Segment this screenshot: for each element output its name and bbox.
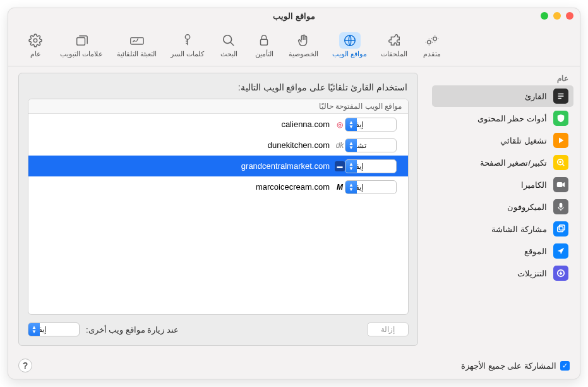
toolbar-passwords[interactable]: كلمات السر (165, 30, 209, 59)
toolbar-privacy[interactable]: الخصوصية (284, 30, 323, 59)
toolbar-label: البحث (220, 50, 237, 58)
svg-rect-12 (558, 227, 563, 232)
sidebar-item-label: الموقع (436, 247, 547, 256)
hand-icon (293, 32, 315, 49)
toolbar-search[interactable]: البحث (213, 30, 244, 59)
sidebar-item-label: الكاميرا (436, 180, 547, 190)
svg-point-7 (428, 40, 431, 44)
toolbar-security[interactable]: التأمين (248, 30, 280, 59)
sidebar-item-label: تكبير/تصغير الصفحة (436, 158, 547, 168)
gears-icon (421, 32, 443, 49)
stepper-icon: ▲▼ (345, 139, 357, 152)
screen-icon (553, 221, 568, 236)
site-domain: calienna.com (281, 120, 330, 129)
sidebar: عام القارئ أدوات حظر المحتوى (428, 66, 580, 352)
key-icon (177, 32, 198, 49)
toolbar-label: كلمات السر (171, 50, 204, 58)
table-row[interactable]: إيقاف ▲▼ ▬ grandcentralmarket.com (28, 156, 408, 176)
site-cell: M marcoicecream.com (40, 182, 345, 192)
sidebar-item-screen-sharing[interactable]: مشاركة الشاشة (432, 218, 573, 240)
svg-point-3 (185, 35, 189, 39)
reader-icon (553, 89, 568, 104)
sidebar-item-label: التنزيلات (436, 269, 547, 278)
toolbar-label: مواقع الويب (332, 50, 367, 58)
site-domain: dunekitchen.com (268, 140, 330, 150)
sidebar-item-reader[interactable]: القارئ (432, 85, 573, 107)
sidebar-item-label: القارئ (436, 92, 547, 101)
sidebar-item-page-zoom[interactable]: تكبير/تصغير الصفحة (432, 152, 573, 173)
gear-icon (25, 32, 46, 49)
stepper-icon: ▲▼ (345, 181, 357, 194)
sidebar-section-header: عام (428, 71, 573, 85)
setting-select[interactable]: إيقاف ▲▼ (345, 118, 397, 132)
shield-icon (553, 111, 568, 126)
setting-select[interactable]: إيقاف ▲▼ (345, 180, 397, 194)
toolbar-label: الملحقات (381, 50, 407, 58)
sidebar-item-camera[interactable]: الكاميرا (432, 174, 573, 195)
sidebar-item-location[interactable]: الموقع (432, 240, 573, 262)
table-row[interactable]: تشغيل ▲▼ dk dunekitchen.com (28, 135, 408, 156)
location-icon (553, 243, 568, 259)
svg-point-0 (33, 39, 37, 42)
window-controls (541, 12, 573, 20)
toolbar-label: الخصوصية (289, 50, 318, 58)
stepper-icon: ▲▼ (345, 160, 357, 173)
search-icon (218, 32, 239, 49)
toolbar-general[interactable]: عام (20, 30, 51, 59)
toolbar-label: علامات التبويب (60, 50, 103, 58)
sidebar-item-autoplay[interactable]: تشغيل تلقائي (432, 130, 573, 151)
tabs-icon (71, 32, 92, 49)
globe-icon (339, 32, 361, 49)
favicon-icon: ◎ (335, 120, 345, 130)
toolbar-advanced[interactable]: متقدم (416, 30, 448, 59)
toolbar: عام علامات التبويب التعبئة التلقائية كلم… (8, 23, 580, 66)
titlebar: مواقع الويب (8, 8, 580, 23)
toolbar-extensions[interactable]: الملحقات (376, 30, 412, 59)
stepper-icon: ▲▼ (28, 323, 40, 336)
close-icon[interactable] (566, 12, 573, 20)
stepper-icon: ▲▼ (345, 118, 357, 131)
default-setting-select[interactable]: إيقاف ▲▼ (28, 322, 80, 336)
toolbar-tabs[interactable]: علامات التبويب (55, 30, 108, 59)
toolbar-autofill[interactable]: التعبئة التلقائية (112, 30, 162, 59)
minimize-icon[interactable] (553, 12, 561, 20)
websites-table: مواقع الويب المفتوحة حاليًا إيقاف ▲▼ ◎ c… (28, 99, 409, 315)
help-icon: ? (23, 360, 28, 371)
toolbar-websites[interactable]: مواقع الويب (327, 30, 372, 59)
zoom-icon[interactable] (541, 12, 548, 20)
site-cell: dk dunekitchen.com (40, 140, 345, 150)
site-cell: ▬ grandcentralmarket.com (40, 161, 345, 171)
checkbox-icon[interactable]: ✓ (560, 361, 570, 371)
pencil-icon (126, 32, 148, 49)
sidebar-item-label: أدوات حظر المحتوى (436, 114, 547, 123)
setting-select[interactable]: تشغيل ▲▼ (345, 138, 397, 152)
toolbar-label: متقدم (423, 50, 441, 58)
share-across-devices[interactable]: ✓ المشاركة على جميع الأجهزة (461, 361, 570, 371)
toolbar-label: التأمين (255, 50, 273, 58)
table-row[interactable]: إيقاف ▲▼ M marcoicecream.com (28, 176, 408, 197)
svg-rect-5 (261, 39, 268, 45)
panel-title: استخدام القارئ تلقائيًا على مواقع الويب … (28, 82, 409, 92)
mic-icon (553, 199, 568, 214)
help-button[interactable]: ? (18, 359, 32, 372)
table-row[interactable]: إيقاف ▲▼ ◎ calienna.com (28, 114, 408, 135)
sidebar-item-content-blockers[interactable]: أدوات حظر المحتوى (432, 108, 573, 129)
svg-rect-13 (559, 225, 565, 230)
sidebar-item-microphone[interactable]: الميكروفون (432, 196, 573, 218)
sidebar-item-downloads[interactable]: التنزيلات (432, 262, 573, 284)
site-domain: grandcentralmarket.com (241, 161, 330, 171)
favicon-icon: dk (335, 140, 345, 150)
svg-rect-11 (560, 203, 563, 208)
svg-point-8 (433, 37, 437, 40)
site-domain: marcoicecream.com (256, 182, 330, 192)
zoom-icon (553, 155, 568, 170)
window-title: مواقع الويب (15, 11, 573, 21)
svg-point-4 (224, 35, 232, 44)
favicon-icon: ▬ (335, 161, 345, 171)
sidebar-item-label: الميكروفون (436, 202, 547, 212)
setting-select[interactable]: إيقاف ▲▼ (345, 159, 397, 173)
lock-icon (253, 32, 275, 49)
favicon-icon: M (335, 182, 345, 192)
toolbar-label: التعبئة التلقائية (117, 50, 157, 58)
remove-button[interactable]: إزالة (367, 322, 409, 336)
